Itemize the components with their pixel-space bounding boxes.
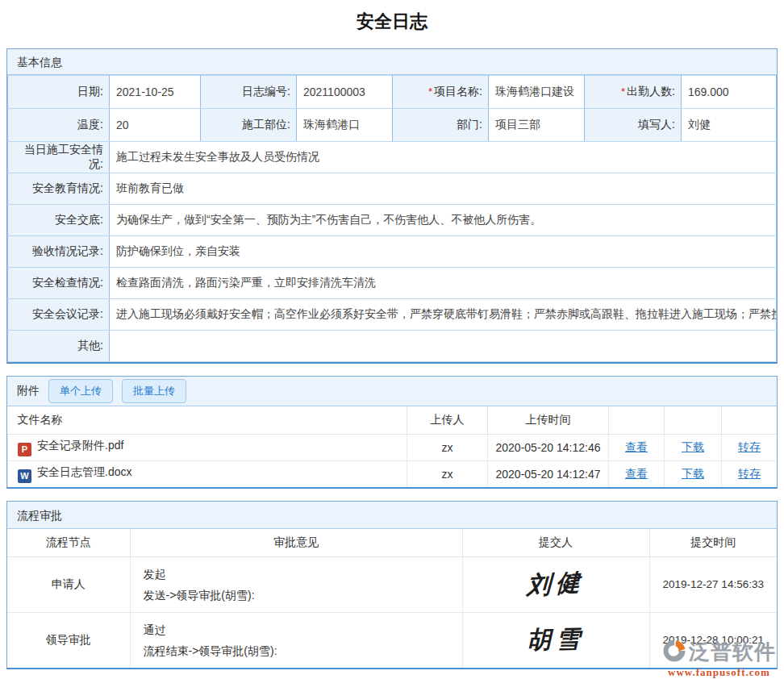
table-row: 安全会议记录: 进入施工现场必须戴好安全帽；高空作业必须系好安全带，严禁穿硬底带… <box>8 299 777 331</box>
signature-handwriting: 胡雪 <box>527 623 586 657</box>
flow-node-cell: 申请人 <box>7 556 130 612</box>
submit-time-header: 提交时间 <box>649 529 777 556</box>
submitter-cell: 胡雪 <box>462 612 649 668</box>
temperature-value: 20 <box>110 109 201 142</box>
attachments-table: 文件名称 上传人 上传时间 P安全记录附件.pdf zx 2020-05-20 … <box>7 406 777 487</box>
action-header-empty <box>722 406 778 434</box>
basic-info-panel: 基本信息 日期: 2021-10-25 日志编号: 2021100003 *项目… <box>6 48 778 364</box>
opinion-line: 通过 <box>144 619 461 640</box>
approval-opinion-cell: 通过 流程结束->领导审批(胡雪): <box>130 612 462 668</box>
approval-opinion-header: 审批意见 <box>130 529 462 556</box>
construction-part-label: 施工部位: <box>201 109 297 142</box>
table-row: 安全交底: 为确保生产，做到“安全第一、预防为主”不伤害自己，不伤害他人、不被他… <box>8 205 777 236</box>
writer-label: 填写人: <box>585 109 682 142</box>
batch-upload-button[interactable]: 批量上传 <box>122 379 186 403</box>
download-link[interactable]: 下载 <box>682 440 704 453</box>
table-row: 安全检查情况: 检查路面清洗，路面污染严重，立即安排清洗车清洗 <box>8 268 777 299</box>
acceptance-record-label: 验收情况记录: <box>8 236 110 268</box>
acceptance-record-value: 防护确保到位，亲自安装 <box>110 236 777 268</box>
action-header-empty <box>609 406 665 434</box>
construction-part-value: 珠海鹤港口 <box>297 109 393 142</box>
date-value: 2021-10-25 <box>110 76 201 109</box>
table-row: 日期: 2021-10-25 日志编号: 2021100003 *项目名称: 珠… <box>8 76 777 109</box>
view-link[interactable]: 查看 <box>625 440 648 453</box>
table-row: 验收情况记录: 防护确保到位，亲自安装 <box>8 236 777 268</box>
date-label: 日期: <box>8 76 110 109</box>
temperature-label: 温度: <box>8 109 110 142</box>
file-name-header: 文件名称 <box>8 406 407 434</box>
word-file-icon: W <box>18 469 31 483</box>
attachments-section-header: 附件 单个上传 批量上传 <box>7 377 777 406</box>
brand-logo-icon <box>662 639 686 666</box>
department-label: 部门: <box>393 109 489 142</box>
other-value <box>110 331 777 362</box>
table-row: 温度: 20 施工部位: 珠海鹤港口 部门: 项目三部 填写人: 刘健 <box>8 109 777 142</box>
uploader-cell: zx <box>407 460 488 487</box>
signature-handwriting: 刘健 <box>526 565 585 602</box>
other-label: 其他: <box>8 331 110 362</box>
safety-inspection-label: 安全检查情况: <box>8 268 110 299</box>
flow-node-header: 流程节点 <box>7 529 130 556</box>
file-name: 安全日志管理.docx <box>37 465 131 478</box>
upload-time-cell: 2020-05-20 14:12:47 <box>488 460 609 487</box>
file-name-cell: W安全日志管理.docx <box>8 460 407 487</box>
daily-safety-value: 施工过程未发生安全事故及人员受伤情况 <box>110 142 777 173</box>
table-header-row: 文件名称 上传人 上传时间 <box>8 406 778 434</box>
attachments-panel: 附件 单个上传 批量上传 文件名称 上传人 上传时间 P安全记录附件.pdf z… <box>6 376 778 489</box>
opinion-line: 流程结束->领导审批(胡雪): <box>144 640 461 661</box>
table-row: 当日施工安全情况: 施工过程未发生安全事故及人员受伤情况 <box>8 142 777 173</box>
approval-section-header: 流程审批 <box>7 502 777 529</box>
brand-url: www.fanpusoft.com <box>662 666 776 679</box>
download-link[interactable]: 下载 <box>682 467 704 480</box>
uploader-cell: zx <box>407 434 488 460</box>
submitter-cell: 刘健 <box>462 556 649 612</box>
table-row: 安全教育情况: 班前教育已做 <box>8 173 777 205</box>
safety-education-label: 安全教育情况: <box>8 173 110 205</box>
attendance-label: *出勤人数: <box>585 76 682 109</box>
required-mark: * <box>621 85 625 98</box>
log-number-value: 2021100003 <box>297 76 393 109</box>
attendance-value: 169.000 <box>682 76 777 109</box>
table-row: 领导审批 通过 流程结束->领导审批(胡雪): 胡雪 2019-12-28 10… <box>7 612 777 668</box>
safety-meeting-value: 进入施工现场必须戴好安全帽；高空作业必须系好安全带，严禁穿硬底带钉易滑鞋；严禁赤… <box>110 299 777 331</box>
approval-opinion-cell: 发起 发送->领导审批(胡雪): <box>130 556 462 612</box>
submitter-header: 提交人 <box>462 529 649 556</box>
file-name: 安全记录附件.pdf <box>37 439 123 452</box>
required-mark: * <box>428 85 432 98</box>
safety-inspection-value: 检查路面清洗，路面污染严重，立即安排清洗车清洗 <box>110 268 777 299</box>
submit-time-cell: 2019-12-27 14:56:33 <box>649 556 777 612</box>
safety-disclosure-label: 安全交底: <box>8 205 110 236</box>
opinion-line: 发送->领导审批(胡雪): <box>144 585 461 606</box>
safety-education-value: 班前教育已做 <box>110 173 777 205</box>
view-link[interactable]: 查看 <box>625 467 648 480</box>
brand-watermark: 泛普软件 www.fanpusoft.com <box>662 638 776 679</box>
action-header-empty <box>665 406 722 434</box>
safety-log-page: 安全日志 基本信息 日期: 2021-10-25 日志编号: 202110000… <box>0 0 784 679</box>
brand-name: 泛普软件 <box>689 638 776 666</box>
save-as-link[interactable]: 转存 <box>738 440 761 453</box>
daily-safety-label: 当日施工安全情况: <box>8 142 110 173</box>
safety-disclosure-value: 为确保生产，做到“安全第一、预防为主”不伤害自己，不伤害他人、不被他人所伤害。 <box>110 205 777 236</box>
uploader-header: 上传人 <box>407 406 488 434</box>
opinion-line: 发起 <box>144 564 461 585</box>
table-row: W安全日志管理.docx zx 2020-05-20 14:12:47 查看 下… <box>8 460 778 487</box>
upload-time-header: 上传时间 <box>488 406 609 434</box>
log-number-label: 日志编号: <box>201 76 297 109</box>
pdf-file-icon: P <box>18 443 31 456</box>
project-name-value: 珠海鹤港口建设 <box>489 76 585 109</box>
table-row: 申请人 发起 发送->领导审批(胡雪): 刘健 2019-12-27 14:56… <box>7 556 777 612</box>
safety-meeting-label: 安全会议记录: <box>8 299 110 331</box>
flow-node-cell: 领导审批 <box>7 612 130 668</box>
table-row: 其他: <box>8 331 777 362</box>
department-value: 项目三部 <box>489 109 585 142</box>
basic-info-section-header: 基本信息 <box>7 49 777 75</box>
upload-time-cell: 2020-05-20 14:12:46 <box>488 434 609 460</box>
project-name-label: *项目名称: <box>393 76 489 109</box>
basic-info-table: 日期: 2021-10-25 日志编号: 2021100003 *项目名称: 珠… <box>7 75 777 362</box>
table-row: P安全记录附件.pdf zx 2020-05-20 14:12:46 查看 下载… <box>8 434 778 460</box>
table-header-row: 流程节点 审批意见 提交人 提交时间 <box>7 529 777 556</box>
save-as-link[interactable]: 转存 <box>738 467 761 480</box>
page-title: 安全日志 <box>0 0 784 48</box>
single-upload-button[interactable]: 单个上传 <box>48 379 113 403</box>
file-name-cell: P安全记录附件.pdf <box>8 434 407 460</box>
